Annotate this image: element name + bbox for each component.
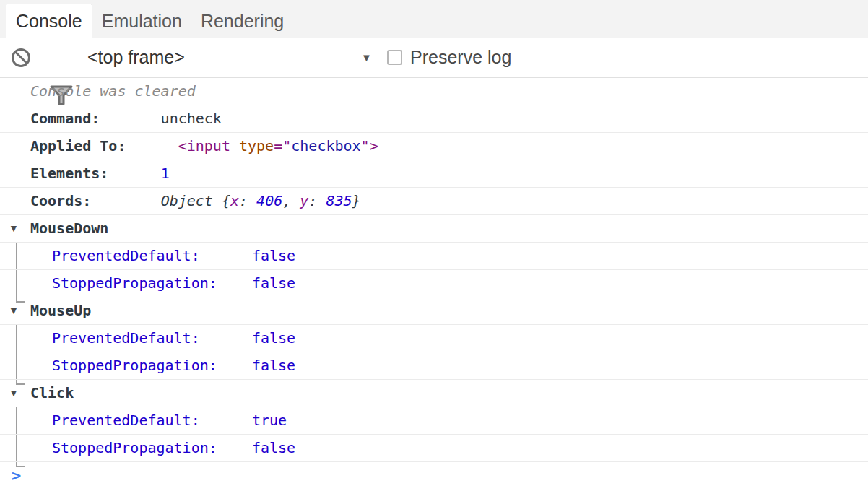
console-info-cleared: Console was cleared: [0, 78, 868, 105]
console-group-mousedown: ▼MouseDownPreventedDefault: falseStopped…: [0, 215, 868, 297]
console-group-click-header[interactable]: ▼Click: [0, 380, 868, 407]
panel-tab-bar: ConsoleEmulationRendering: [0, 0, 868, 38]
text-segment: uncheck: [100, 110, 222, 127]
tab-rendering[interactable]: Rendering: [191, 4, 293, 38]
console-prompt[interactable]: >: [0, 462, 868, 489]
text-segment: 1: [161, 165, 170, 182]
console-group-click: ▼ClickPreventedDefault: trueStoppedPropa…: [0, 380, 868, 462]
text-segment: :: [308, 192, 326, 209]
text-segment: MouseDown: [30, 220, 108, 237]
text-segment: }: [352, 192, 361, 209]
text-segment: MouseUp: [30, 302, 91, 319]
text-segment: y: [300, 192, 308, 209]
console-row-command: Command: uncheck: [0, 105, 868, 133]
console-group-click-child-1: StoppedPropagation: false: [0, 435, 868, 462]
console-group-mouseup-header[interactable]: ▼MouseUp: [0, 297, 868, 325]
frame-selector-value: <top frame>: [87, 47, 185, 67]
disclosure-triangle-icon[interactable]: ▼: [9, 297, 19, 324]
tab-console[interactable]: Console: [6, 4, 92, 38]
tab-emulation[interactable]: Emulation: [92, 4, 191, 38]
clear-console-icon[interactable]: [12, 48, 30, 67]
text-segment: StoppedPropagation: false: [52, 439, 295, 456]
console-messages: Console was clearedCommand: uncheckAppli…: [0, 78, 868, 489]
console-group-click-child-0: PreventedDefault: true: [0, 407, 868, 435]
text-segment: [126, 137, 178, 155]
text-segment: ">: [361, 137, 378, 155]
text-segment: Object {: [161, 192, 230, 209]
preserve-log-label[interactable]: Preserve log: [410, 38, 511, 77]
text-segment: type: [239, 137, 274, 155]
console-group-mouseup: ▼MouseUpPreventedDefault: falseStoppedPr…: [0, 297, 868, 380]
console-group-mousedown-child-0: PreventedDefault: false: [0, 243, 868, 270]
text-segment: x: [230, 192, 239, 209]
text-segment: StoppedPropagation: false: [52, 274, 295, 292]
console-row-applied-to: Applied To: <input type="checkbox">: [0, 133, 868, 160]
text-segment: 406: [256, 192, 282, 209]
text-segment: PreventedDefault: false: [52, 329, 295, 347]
console-group-mousedown-child-1: StoppedPropagation: false: [0, 270, 868, 297]
text-segment: [108, 165, 160, 182]
disclosure-triangle-icon[interactable]: ▼: [9, 380, 19, 407]
text-segment: checkbox: [291, 137, 360, 155]
text-segment: :: [239, 192, 256, 209]
disclosure-triangle-icon[interactable]: ▼: [9, 215, 19, 242]
frame-selector-dropdown-arrow-icon[interactable]: ▼: [361, 38, 372, 77]
console-group-mouseup-child-1: StoppedPropagation: false: [0, 352, 868, 380]
console-row-elements: Elements: 1: [0, 160, 868, 188]
preserve-log-checkbox[interactable]: [387, 50, 402, 65]
text-segment: Applied To:: [30, 137, 126, 155]
text-segment: Elements:: [30, 165, 108, 182]
text-segment: Command:: [30, 110, 100, 127]
text-segment: PreventedDefault: false: [52, 247, 295, 264]
text-segment: StoppedPropagation: false: [52, 357, 295, 374]
text-segment: Console was cleared: [30, 82, 196, 100]
text-segment: 835: [326, 192, 352, 209]
console-group-mousedown-header[interactable]: ▼MouseDown: [0, 215, 868, 243]
text-segment: Coords:: [30, 192, 91, 209]
console-row-coords: Coords: Object {x: 406, y: 835}: [0, 188, 868, 215]
text-segment: ,: [282, 192, 300, 209]
text-segment: PreventedDefault: true: [52, 412, 287, 429]
text-segment: =": [274, 137, 291, 155]
text-segment: [91, 192, 160, 209]
console-group-mouseup-child-0: PreventedDefault: false: [0, 325, 868, 352]
text-segment: <input: [178, 137, 239, 155]
frame-context-selector[interactable]: <top frame>: [87, 38, 185, 77]
console-toolbar: <top frame> ▼ Preserve log: [0, 38, 868, 78]
text-segment: Click: [30, 384, 74, 401]
console-prompt-chevron-icon: >: [12, 466, 21, 485]
